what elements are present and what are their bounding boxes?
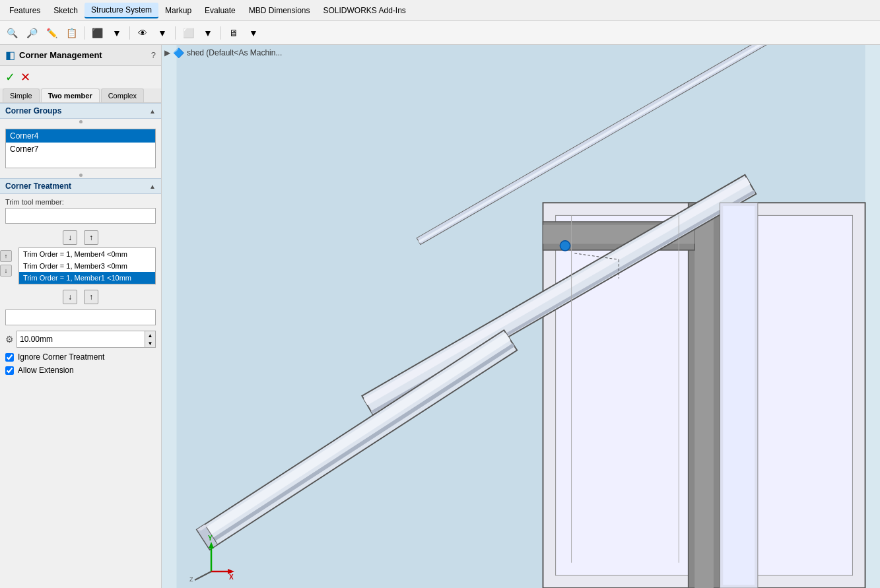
arrow-row-top: ↓ ↑: [0, 228, 161, 247]
menu-structure-system[interactable]: Structure System: [85, 3, 158, 18]
side-icon-col: ↑ ↓: [0, 247, 12, 277]
drag-dot-2: [79, 174, 83, 177]
svg-text:X: X: [229, 573, 234, 581]
menu-sketch[interactable]: Sketch: [47, 3, 85, 18]
spin-up[interactable]: ▲: [145, 331, 155, 339]
svg-rect-20: [723, 206, 755, 585]
arrow-down-btn-2[interactable]: ↓: [63, 290, 77, 304]
menu-evaluate[interactable]: Evaluate: [198, 3, 242, 18]
trim-tool-input[interactable]: [5, 208, 156, 224]
svg-text:Y: Y: [208, 535, 213, 542]
toolbar-sep-1: [84, 26, 85, 40]
panel-header: ◧ Corner Management ?: [0, 45, 161, 66]
axis-indicator: Y X Z: [188, 535, 228, 575]
menu-mbd[interactable]: MBD Dimensions: [242, 3, 317, 18]
trim-item-member1[interactable]: Trim Order = 1, Member1 <10mm: [19, 272, 155, 284]
num-input-row: ⚙ 10.00mm ▲ ▼: [0, 328, 161, 350]
menu-markup[interactable]: Markup: [158, 3, 198, 18]
main-area: ◧ Corner Management ? ✓ ✕ Simple Two mem…: [0, 45, 880, 588]
corner-treatment-section-header[interactable]: Corner Treatment ▲: [0, 178, 161, 194]
left-panel: ◧ Corner Management ? ✓ ✕ Simple Two mem…: [0, 45, 162, 588]
second-input-row: [5, 310, 156, 325]
menu-addins[interactable]: SOLIDWORKS Add-Ins: [317, 3, 413, 18]
tab-two-member[interactable]: Two member: [41, 88, 100, 102]
menu-bar: Features Sketch Structure System Markup …: [0, 0, 880, 21]
side-move-up[interactable]: ↑: [0, 250, 12, 262]
toolbar-btn-1[interactable]: 🔍: [3, 24, 21, 42]
toolbar-btn-3[interactable]: ✏️: [42, 24, 61, 42]
arrow-down-btn[interactable]: ↓: [63, 230, 77, 245]
toolbar-btn-2[interactable]: 🔎: [22, 24, 41, 42]
corner-groups-label: Corner Groups: [5, 106, 61, 115]
allow-extension-row: Allow Extension: [0, 364, 161, 377]
trim-item-member3[interactable]: Trim Order = 1, Member3 <0mm: [19, 260, 155, 272]
viewport-svg: [162, 45, 880, 588]
toolbar-btn-9[interactable]: ⬜: [179, 24, 197, 42]
breadcrumb-arrow: ▶: [164, 48, 170, 57]
corner-item-corner7[interactable]: Corner7: [6, 143, 155, 156]
side-move-down[interactable]: ↓: [0, 265, 12, 277]
toolbar-sep-3: [175, 26, 176, 40]
spin-buttons: ▲ ▼: [145, 331, 155, 347]
toolbar-sep-2: [129, 26, 130, 40]
main-toolbar: 🔍 🔎 ✏️ 📋 ⬛ ▼ 👁 ▼ ⬜ ▼ 🖥 ▼: [0, 21, 880, 45]
ignore-corner-label[interactable]: Ignore Corner Treatment: [18, 352, 104, 362]
spin-down[interactable]: ▼: [145, 339, 155, 347]
allow-extension-label[interactable]: Allow Extension: [18, 366, 74, 375]
action-row: ✓ ✕: [0, 66, 161, 88]
arrow-row-bottom: ↓ ↑: [0, 287, 161, 307]
allow-extension-checkbox[interactable]: [5, 366, 14, 375]
drag-indicator-bottom: [0, 172, 161, 178]
drag-indicator-top: [0, 119, 161, 125]
toolbar-btn-10[interactable]: ▼: [199, 24, 217, 42]
num-input-wrap: 10.00mm ▲ ▼: [17, 331, 156, 348]
corner-treatment-label: Corner Treatment: [5, 181, 71, 191]
toolbar-btn-5[interactable]: ⬛: [88, 24, 106, 42]
breadcrumb-text: shed (Default<As Machin...: [187, 48, 282, 57]
svg-line-29: [195, 572, 211, 580]
arrow-up-btn-2[interactable]: ↑: [84, 290, 98, 304]
ignore-corner-checkbox[interactable]: [5, 353, 14, 362]
trim-tool-label: Trim tool member:: [5, 198, 156, 206]
svg-marker-24: [209, 542, 214, 548]
corner-groups-chevron: ▲: [149, 108, 156, 115]
toolbar-btn-4[interactable]: 📋: [62, 24, 81, 42]
toolbar-sep-4: [220, 26, 221, 40]
viewport: ▶ 🔷 shed (Default<As Machin...: [162, 45, 880, 588]
panel-icon: ◧: [5, 49, 15, 61]
breadcrumb-icon: 🔷: [173, 48, 184, 58]
trim-order-list: Trim Order = 1, Member4 <0mm Trim Order …: [18, 247, 156, 284]
corner-item-corner4[interactable]: Corner4: [6, 129, 155, 143]
tab-complex[interactable]: Complex: [101, 88, 144, 102]
corner-treatment-chevron: ▲: [149, 183, 156, 190]
second-input-field[interactable]: [5, 310, 156, 325]
trim-order-container: ↑ ↓ Trim Order = 1, Member4 <0mm Trim Or…: [0, 247, 161, 287]
toolbar-btn-8[interactable]: ▼: [153, 24, 172, 42]
drag-dot: [79, 120, 83, 123]
svg-rect-4: [694, 203, 714, 588]
corner-groups-section-header[interactable]: Corner Groups ▲: [0, 103, 161, 119]
accept-button[interactable]: ✓: [5, 70, 15, 84]
distance-input[interactable]: 10.00mm: [17, 331, 145, 347]
corner-point: [560, 241, 570, 251]
corner-groups-list: Corner4 Corner7: [5, 129, 156, 168]
cancel-button[interactable]: ✕: [20, 70, 30, 84]
toolbar-btn-11[interactable]: 🖥: [224, 24, 243, 42]
help-icon[interactable]: ?: [151, 50, 156, 60]
toolbar-btn-7[interactable]: 👁: [133, 24, 152, 42]
trim-tool-section: Trim tool member:: [0, 194, 161, 228]
svg-text:Z: Z: [189, 576, 193, 581]
menu-features[interactable]: Features: [3, 3, 47, 18]
toolbar-btn-6[interactable]: ▼: [108, 24, 126, 42]
trim-item-member4[interactable]: Trim Order = 1, Member4 <0mm: [19, 248, 155, 260]
num-icon: ⚙: [5, 334, 14, 344]
ignore-corner-row: Ignore Corner Treatment: [0, 350, 161, 364]
tab-simple[interactable]: Simple: [3, 88, 40, 102]
trim-list-wrapper: Trim Order = 1, Member4 <0mm Trim Order …: [13, 247, 161, 287]
panel-title: Corner Management: [19, 50, 102, 60]
breadcrumb: ▶ 🔷 shed (Default<As Machin...: [164, 48, 282, 58]
toolbar-btn-12[interactable]: ▼: [244, 24, 263, 42]
arrow-up-btn[interactable]: ↑: [84, 230, 98, 245]
tab-row: Simple Two member Complex: [0, 88, 161, 103]
